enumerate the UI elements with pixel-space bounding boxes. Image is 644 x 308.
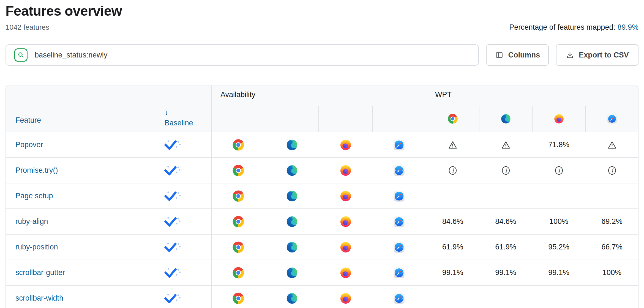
availability-firefox-icon	[339, 139, 352, 151]
info-icon[interactable]	[448, 166, 458, 175]
baseline-column-label: Baseline	[165, 119, 193, 127]
availability-chrome-icon	[232, 292, 245, 305]
wpt-score-value: 99.1%	[495, 268, 516, 277]
feature-cell: scrollbar-gutter	[6, 260, 156, 285]
feature-link[interactable]: ruby-position	[15, 243, 58, 251]
warning-icon[interactable]	[448, 140, 458, 150]
availability-firefox-icon	[339, 292, 352, 305]
wpt-score-cell	[479, 285, 532, 308]
availability-edge-icon	[286, 292, 298, 305]
wpt-score-value: 84.6%	[495, 217, 516, 226]
wpt-score-cell	[532, 158, 585, 183]
availability-safari-icon	[393, 164, 405, 177]
search-box[interactable]	[6, 44, 479, 66]
availability-cell	[319, 209, 372, 234]
availability-cell	[372, 158, 426, 183]
feature-cell: Popover	[6, 132, 156, 158]
columns-button-label: Columns	[508, 51, 540, 59]
feature-count: 1042 features	[6, 23, 49, 32]
info-icon[interactable]	[501, 166, 511, 175]
wpt-score-value: 99.1%	[548, 268, 569, 277]
wpt-score-value: 71.8%	[548, 141, 569, 149]
feature-link[interactable]: Popover	[15, 141, 43, 149]
search-input[interactable]	[34, 51, 472, 60]
chrome-icon	[447, 113, 458, 124]
feature-link[interactable]: scrollbar-width	[15, 294, 63, 302]
availability-firefox-icon	[339, 241, 352, 254]
availability-firefox-icon	[339, 266, 352, 279]
feature-link[interactable]: Page setup	[15, 192, 53, 200]
availability-safari-icon	[393, 139, 405, 151]
availability-group-header: Availability	[211, 86, 426, 106]
availability-cell	[211, 209, 265, 234]
wpt-score-cell	[585, 183, 638, 209]
wpt-score-cell: 99.1%	[426, 260, 479, 285]
baseline-status-cell	[156, 183, 211, 209]
availability-edge-icon	[286, 266, 298, 279]
export-csv-button[interactable]: Export to CSV	[556, 44, 638, 66]
availability-firefox-icon	[339, 164, 352, 177]
wpt-score-cell: 84.6%	[479, 209, 532, 234]
availability-cell	[265, 285, 319, 308]
availability-cell	[372, 183, 426, 209]
availability-cell	[211, 260, 265, 285]
availability-cell	[265, 260, 319, 285]
table-row: scrollbar-gutter99.1%99.1%99.1%100%	[6, 260, 638, 285]
columns-icon	[495, 51, 504, 59]
page-title: Features overview	[6, 3, 638, 19]
availability-cell	[319, 234, 372, 260]
baseline-newly-icon	[164, 242, 181, 252]
wpt-score-cell	[426, 158, 479, 183]
wpt-subheader-edge	[479, 106, 532, 132]
wpt-score-cell: 71.8%	[532, 132, 585, 158]
availability-chrome-icon	[232, 164, 245, 177]
wpt-score-cell: 99.1%	[479, 260, 532, 285]
availability-safari-icon	[393, 190, 405, 202]
availability-cell	[372, 285, 426, 308]
sort-feature-link[interactable]: Feature	[15, 116, 41, 124]
availability-cell	[372, 132, 426, 158]
feature-link[interactable]: ruby-align	[15, 217, 48, 226]
wpt-score-cell: 61.9%	[426, 234, 479, 260]
availability-cell	[211, 158, 265, 183]
download-icon	[566, 51, 574, 59]
availability-safari-icon	[393, 266, 405, 279]
availability-firefox-icon	[339, 215, 352, 228]
availability-cell	[319, 285, 372, 308]
wpt-score-cell: 99.1%	[532, 260, 585, 285]
wpt-score-value: 66.7%	[601, 243, 623, 251]
baseline-newly-icon	[164, 268, 181, 278]
availability-chrome-icon	[232, 215, 245, 228]
warning-icon[interactable]	[501, 140, 511, 150]
feature-cell: ruby-align	[6, 209, 156, 234]
wpt-score-cell	[426, 132, 479, 158]
availability-cell	[211, 234, 265, 260]
feature-link[interactable]: Promise.try()	[15, 166, 58, 174]
wpt-group-header: WPT	[426, 86, 638, 106]
availability-cell	[265, 158, 319, 183]
availability-firefox-icon	[339, 190, 352, 202]
feature-link[interactable]: scrollbar-gutter	[15, 268, 65, 277]
availability-cell	[265, 209, 319, 234]
wpt-score-cell	[585, 132, 638, 158]
wpt-score-cell: 84.6%	[426, 209, 479, 234]
wpt-score-value: 100%	[602, 268, 621, 277]
info-icon[interactable]	[554, 166, 564, 175]
table-row: Popover71.8%	[6, 132, 638, 158]
table-row: ruby-align84.6%84.6%100%69.2%	[6, 209, 638, 234]
warning-icon[interactable]	[607, 140, 617, 150]
sort-baseline-link[interactable]: ↓Baseline	[165, 108, 211, 127]
availability-cell	[211, 285, 265, 308]
wpt-score-cell	[585, 285, 638, 308]
availability-edge-icon	[286, 241, 298, 254]
table-row: scrollbar-width	[6, 285, 638, 308]
info-icon[interactable]	[607, 166, 617, 175]
columns-button[interactable]: Columns	[486, 44, 549, 66]
wpt-score-value: 99.1%	[442, 268, 463, 277]
availability-chrome-icon	[232, 190, 245, 202]
availability-safari-icon	[393, 241, 405, 254]
wpt-score-cell: 100%	[532, 209, 585, 234]
mapped-percentage-link[interactable]: 89.9%	[617, 23, 638, 31]
availability-cell	[319, 183, 372, 209]
baseline-status-cell	[156, 158, 211, 183]
